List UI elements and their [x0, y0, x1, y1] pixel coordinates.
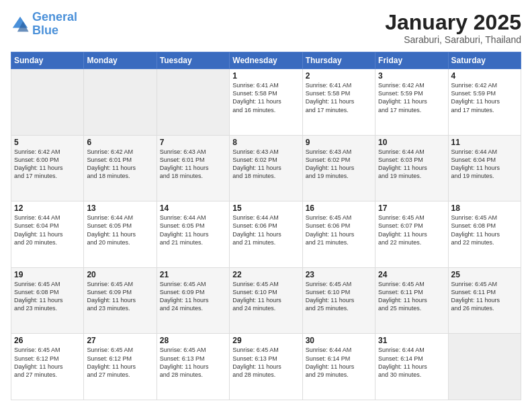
calendar-cell: [84, 69, 157, 136]
day-number: 31: [378, 336, 445, 345]
day-info: Sunrise: 6:44 AM Sunset: 6:04 PM Dayligh…: [451, 148, 518, 181]
day-info: Sunrise: 6:45 AM Sunset: 6:08 PM Dayligh…: [451, 214, 518, 246]
calendar-cell: 7Sunrise: 6:43 AM Sunset: 6:01 PM Daylig…: [157, 135, 229, 201]
day-number: 26: [14, 336, 81, 345]
day-number: 19: [14, 270, 81, 279]
day-number: 13: [87, 203, 153, 213]
day-number: 7: [160, 138, 226, 147]
day-number: 6: [87, 138, 153, 147]
title-block: January 2025 Saraburi, Saraburi, Thailan…: [385, 11, 521, 45]
day-number: 4: [451, 71, 518, 81]
calendar-cell: [11, 69, 84, 136]
day-number: 22: [232, 270, 299, 279]
weekday-header: Friday: [375, 52, 448, 69]
day-info: Sunrise: 6:42 AM Sunset: 5:59 PM Dayligh…: [378, 81, 445, 114]
day-info: Sunrise: 6:44 AM Sunset: 6:14 PM Dayligh…: [378, 346, 445, 379]
day-info: Sunrise: 6:43 AM Sunset: 6:02 PM Dayligh…: [232, 148, 299, 181]
day-number: 15: [232, 203, 299, 213]
day-number: 12: [14, 203, 81, 213]
calendar-header-row: SundayMondayTuesdayWednesdayThursdayFrid…: [11, 52, 521, 69]
day-number: 23: [306, 270, 372, 279]
calendar-cell: 19Sunrise: 6:45 AM Sunset: 6:08 PM Dayli…: [11, 267, 84, 334]
day-info: Sunrise: 6:42 AM Sunset: 5:59 PM Dayligh…: [451, 81, 518, 114]
weekday-header: Tuesday: [157, 52, 229, 69]
calendar-cell: 6Sunrise: 6:42 AM Sunset: 6:01 PM Daylig…: [84, 135, 157, 201]
day-number: 11: [451, 138, 518, 147]
calendar-week-row: 5Sunrise: 6:42 AM Sunset: 6:00 PM Daylig…: [11, 135, 521, 201]
logo-text: General Blue: [32, 11, 77, 38]
calendar-cell: 4Sunrise: 6:42 AM Sunset: 5:59 PM Daylig…: [448, 69, 521, 136]
day-info: Sunrise: 6:42 AM Sunset: 6:00 PM Dayligh…: [14, 148, 81, 181]
day-info: Sunrise: 6:41 AM Sunset: 5:58 PM Dayligh…: [306, 81, 372, 114]
calendar-cell: 25Sunrise: 6:45 AM Sunset: 6:11 PM Dayli…: [448, 267, 521, 334]
calendar-week-row: 26Sunrise: 6:45 AM Sunset: 6:12 PM Dayli…: [11, 334, 521, 400]
day-info: Sunrise: 6:45 AM Sunset: 6:13 PM Dayligh…: [232, 346, 299, 379]
calendar-cell: 5Sunrise: 6:42 AM Sunset: 6:00 PM Daylig…: [11, 135, 84, 201]
day-info: Sunrise: 6:45 AM Sunset: 6:06 PM Dayligh…: [306, 214, 372, 246]
calendar-cell: 26Sunrise: 6:45 AM Sunset: 6:12 PM Dayli…: [11, 334, 84, 400]
day-info: Sunrise: 6:41 AM Sunset: 5:58 PM Dayligh…: [232, 81, 299, 114]
calendar-cell: 31Sunrise: 6:44 AM Sunset: 6:14 PM Dayli…: [375, 334, 448, 400]
day-info: Sunrise: 6:43 AM Sunset: 6:01 PM Dayligh…: [160, 148, 226, 181]
day-info: Sunrise: 6:45 AM Sunset: 6:11 PM Dayligh…: [451, 280, 518, 313]
day-number: 17: [378, 203, 445, 213]
day-number: 3: [378, 71, 445, 81]
logo-line1: General: [32, 10, 77, 24]
day-info: Sunrise: 6:45 AM Sunset: 6:07 PM Dayligh…: [378, 214, 445, 246]
weekday-header: Monday: [84, 52, 157, 69]
subtitle: Saraburi, Saraburi, Thailand: [385, 34, 521, 45]
day-info: Sunrise: 6:42 AM Sunset: 6:01 PM Dayligh…: [87, 148, 153, 181]
calendar-cell: 18Sunrise: 6:45 AM Sunset: 6:08 PM Dayli…: [448, 201, 521, 268]
calendar-cell: 21Sunrise: 6:45 AM Sunset: 6:09 PM Dayli…: [157, 267, 229, 334]
day-info: Sunrise: 6:44 AM Sunset: 6:05 PM Dayligh…: [87, 214, 153, 246]
day-info: Sunrise: 6:45 AM Sunset: 6:09 PM Dayligh…: [87, 280, 153, 313]
day-info: Sunrise: 6:45 AM Sunset: 6:08 PM Dayligh…: [14, 280, 81, 313]
calendar-cell: 20Sunrise: 6:45 AM Sunset: 6:09 PM Dayli…: [84, 267, 157, 334]
day-number: 16: [306, 203, 372, 213]
day-info: Sunrise: 6:43 AM Sunset: 6:02 PM Dayligh…: [306, 148, 372, 181]
calendar-cell: 24Sunrise: 6:45 AM Sunset: 6:11 PM Dayli…: [375, 267, 448, 334]
calendar-cell: 22Sunrise: 6:45 AM Sunset: 6:10 PM Dayli…: [230, 267, 302, 334]
main-title: January 2025: [385, 11, 521, 34]
day-number: 14: [160, 203, 226, 213]
calendar-cell: 11Sunrise: 6:44 AM Sunset: 6:04 PM Dayli…: [448, 135, 521, 201]
day-info: Sunrise: 6:45 AM Sunset: 6:12 PM Dayligh…: [14, 346, 81, 379]
day-number: 9: [306, 138, 372, 147]
weekday-header: Saturday: [448, 52, 521, 69]
day-number: 8: [232, 138, 299, 147]
calendar-week-row: 1Sunrise: 6:41 AM Sunset: 5:58 PM Daylig…: [11, 69, 521, 136]
day-info: Sunrise: 6:45 AM Sunset: 6:10 PM Dayligh…: [306, 280, 372, 313]
day-info: Sunrise: 6:45 AM Sunset: 6:13 PM Dayligh…: [160, 346, 226, 379]
day-info: Sunrise: 6:44 AM Sunset: 6:05 PM Dayligh…: [160, 214, 226, 246]
calendar-cell: 10Sunrise: 6:44 AM Sunset: 6:03 PM Dayli…: [375, 135, 448, 201]
calendar-table: SundayMondayTuesdayWednesdayThursdayFrid…: [11, 52, 521, 400]
day-number: 18: [451, 203, 518, 213]
calendar-cell: 9Sunrise: 6:43 AM Sunset: 6:02 PM Daylig…: [302, 135, 375, 201]
weekday-header: Thursday: [302, 52, 375, 69]
day-number: 29: [232, 336, 299, 345]
day-number: 2: [306, 71, 372, 81]
day-info: Sunrise: 6:45 AM Sunset: 6:09 PM Dayligh…: [160, 280, 226, 313]
calendar-cell: [448, 334, 521, 400]
day-number: 30: [306, 336, 372, 345]
day-number: 27: [87, 336, 153, 345]
calendar-cell: 8Sunrise: 6:43 AM Sunset: 6:02 PM Daylig…: [230, 135, 302, 201]
logo: General Blue: [11, 11, 77, 38]
calendar-cell: 3Sunrise: 6:42 AM Sunset: 5:59 PM Daylig…: [375, 69, 448, 136]
calendar-cell: 16Sunrise: 6:45 AM Sunset: 6:06 PM Dayli…: [302, 201, 375, 268]
day-info: Sunrise: 6:44 AM Sunset: 6:14 PM Dayligh…: [306, 346, 372, 379]
calendar-cell: 2Sunrise: 6:41 AM Sunset: 5:58 PM Daylig…: [302, 69, 375, 136]
calendar-week-row: 19Sunrise: 6:45 AM Sunset: 6:08 PM Dayli…: [11, 267, 521, 334]
logo-icon: [11, 15, 30, 34]
weekday-header: Sunday: [11, 52, 84, 69]
day-info: Sunrise: 6:45 AM Sunset: 6:12 PM Dayligh…: [87, 346, 153, 379]
header: General Blue January 2025 Saraburi, Sara…: [11, 11, 521, 45]
calendar-cell: 29Sunrise: 6:45 AM Sunset: 6:13 PM Dayli…: [230, 334, 302, 400]
day-number: 25: [451, 270, 518, 279]
logo-line2: Blue: [32, 24, 58, 37]
day-number: 10: [378, 138, 445, 147]
day-info: Sunrise: 6:45 AM Sunset: 6:11 PM Dayligh…: [378, 280, 445, 313]
page: General Blue January 2025 Saraburi, Sara…: [0, 0, 532, 411]
calendar-cell: 27Sunrise: 6:45 AM Sunset: 6:12 PM Dayli…: [84, 334, 157, 400]
calendar-cell: 17Sunrise: 6:45 AM Sunset: 6:07 PM Dayli…: [375, 201, 448, 268]
